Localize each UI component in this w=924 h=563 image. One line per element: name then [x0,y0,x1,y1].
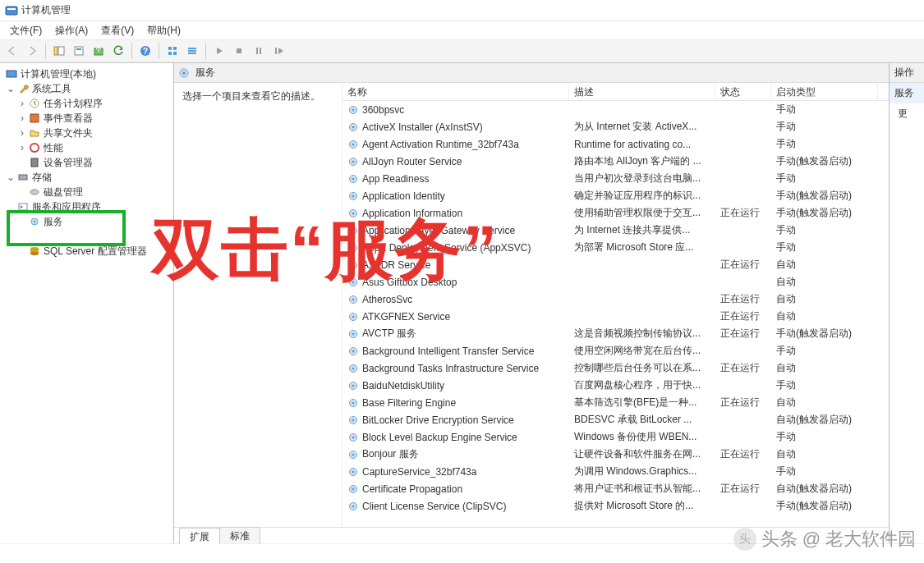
tab-extended[interactable]: 扩展 [179,528,220,544]
menu-help[interactable]: 帮助(H) [140,22,187,39]
service-row[interactable]: AVCTP 服务这是音频视频控制传输协议...正在运行手动(触发器启动) [342,325,889,342]
service-name: Certificate Propagation [342,483,569,495]
service-row[interactable]: Application Identity确定并验证应用程序的标识...手动(触发… [342,187,889,204]
toolbar-separator [45,43,46,59]
service-desc: 提供对 Microsoft Store 的... [569,499,715,513]
service-row[interactable]: Asus Giftbox Desktop自动 [342,273,889,291]
properties-button[interactable] [70,42,88,60]
service-row[interactable]: Application Layer Gateway Service为 Inter… [342,222,889,239]
expand-icon[interactable]: › [16,112,28,124]
service-row[interactable]: Agent Activation Runtime_32bf743aRuntime… [342,135,889,153]
tree-services-apps[interactable]: 服务和应用程序 [2,199,172,214]
tree-shared-folders[interactable]: ›共享文件夹 [2,126,172,140]
service-pause-button[interactable] [250,42,268,60]
gear-icon [347,156,359,167]
tree-storage[interactable]: ⌄存储 [2,170,172,185]
collapse-icon[interactable]: ⌄ [5,172,16,183]
tree-device-manager[interactable]: 设备管理器 [2,155,172,170]
grid-view-button[interactable] [163,42,182,60]
service-startup: 自动 [771,309,878,323]
service-row[interactable]: BaiduNetdiskUtility百度网盘核心程序，用于快...手动 [342,377,889,394]
svg-rect-12 [173,52,177,55]
service-name: Block Level Backup Engine Service [342,432,569,443]
service-row[interactable]: Background Tasks Infrastructure Service控… [342,359,889,377]
services-list[interactable]: 名称 描述 状态 启动类型 360bpsvc手动ActiveX Installe… [342,83,889,527]
col-desc[interactable]: 描述 [569,83,715,100]
service-start-button[interactable] [210,42,228,60]
service-desc: 为 Internet 连接共享提供... [569,223,715,237]
col-name[interactable]: 名称 [342,83,569,100]
tree-system-tools[interactable]: ⌄系统工具 [2,81,172,96]
service-row[interactable]: BitLocker Drive Encryption ServiceBDESVC… [342,411,889,428]
tree-sql-config[interactable]: SQL Server 配置管理器 [2,244,172,259]
actions-more[interactable]: 更 [890,103,924,124]
perf-icon [28,141,41,154]
menu-view[interactable]: 查看(V) [94,22,140,39]
svg-point-39 [352,126,354,128]
service-row[interactable]: AtherosSvc正在运行自动 [342,291,889,308]
collapse-icon[interactable]: ⌄ [5,83,16,94]
list-view-button[interactable] [183,42,201,60]
expand-icon[interactable]: › [16,98,28,109]
tree-performance[interactable]: ›性能 [2,140,172,155]
service-row[interactable]: ATKGFNEX Service正在运行自动 [342,308,889,325]
svg-point-77 [352,453,354,455]
tree-disk-mgmt[interactable]: 磁盘管理 [2,185,172,199]
tree-wmi[interactable] [2,229,172,244]
tree-task-scheduler[interactable]: ›任务计划程序 [2,96,172,111]
service-row[interactable]: 360bpsvc手动 [342,101,889,118]
description-pane: 选择一个项目来查看它的描述。 [174,83,342,527]
svg-point-57 [352,281,354,283]
actions-pane: 操作 服务 更 [890,63,924,543]
service-row[interactable]: Client License Service (ClipSVC)提供对 Micr… [342,497,889,515]
wrench-icon [16,82,30,95]
service-startup: 手动 [771,378,878,392]
service-name: Bonjour 服务 [342,447,569,461]
navigation-tree[interactable]: 计算机管理(本地) ⌄系统工具 ›任务计划程序 ›事件查看器 ›共享文件夹 ›性… [0,63,174,543]
svg-point-65 [352,350,354,352]
actions-group-services[interactable]: 服务 [890,83,924,103]
tab-standard[interactable]: 标准 [219,527,260,543]
column-headers[interactable]: 名称 描述 状态 启动类型 [342,83,889,101]
service-row[interactable]: Certificate Propagation将用户证书和根证书从智能...正在… [342,480,889,497]
service-row[interactable]: App Readiness当用户初次登录到这台电脑...手动 [342,170,889,187]
col-startup[interactable]: 启动类型 [771,83,878,100]
service-row[interactable]: CaptureService_32bf743a为调用 Windows.Graph… [342,463,889,480]
service-status: 正在运行 [715,447,771,461]
service-desc: 基本筛选引擎(BFE)是一种... [569,396,715,410]
service-desc: 使用空闲网络带宽在后台传... [569,344,715,358]
service-row[interactable]: ActiveX Installer (AxInstSV)为从 Internet … [342,118,889,135]
service-row[interactable]: Bonjour 服务让硬件设备和软件服务在网...正在运行自动 [342,446,889,463]
expand-icon[interactable]: › [16,142,28,153]
show-hide-tree-button[interactable] [50,42,68,60]
description-hint: 选择一个项目来查看它的描述。 [182,89,333,103]
gear-icon [177,66,191,80]
service-startup: 手动 [771,223,878,237]
service-row[interactable]: Application Information使用辅助管理权限便于交互...正在… [342,204,889,222]
svg-point-49 [352,212,354,214]
gear-icon [347,397,359,409]
help-button[interactable]: ? [136,42,154,60]
col-status[interactable]: 状态 [715,83,771,100]
service-row[interactable]: Block Level Backup Engine ServiceWindows… [342,428,889,446]
svg-point-41 [352,143,354,145]
service-stop-button[interactable] [230,42,248,60]
tree-root[interactable]: 计算机管理(本地) [2,66,172,81]
expand-icon[interactable]: › [16,127,28,139]
refresh-button[interactable] [109,42,127,60]
service-startup: 手动 [771,465,878,478]
gear-icon [347,311,359,323]
app-icon [5,4,18,17]
tree-event-viewer[interactable]: ›事件查看器 [2,111,172,126]
svg-point-37 [352,108,354,111]
service-restart-button[interactable] [269,42,287,60]
service-row[interactable]: AppX Deployment Service (AppXSVC)为部署 Mic… [342,239,889,256]
menu-action[interactable]: 操作(A) [48,22,94,39]
tree-services[interactable]: 服务 [2,214,172,229]
export-button[interactable] [90,42,108,60]
service-row[interactable]: AllJoyn Router Service路由本地 AllJoyn 客户端的 … [342,153,889,170]
service-row[interactable]: Background Intelligent Transfer Service使… [342,342,889,359]
menu-file[interactable]: 文件(F) [3,22,48,39]
service-row[interactable]: Base Filtering Engine基本筛选引擎(BFE)是一种...正在… [342,394,889,411]
service-row[interactable]: ASLDR Service正在运行自动 [342,256,889,273]
